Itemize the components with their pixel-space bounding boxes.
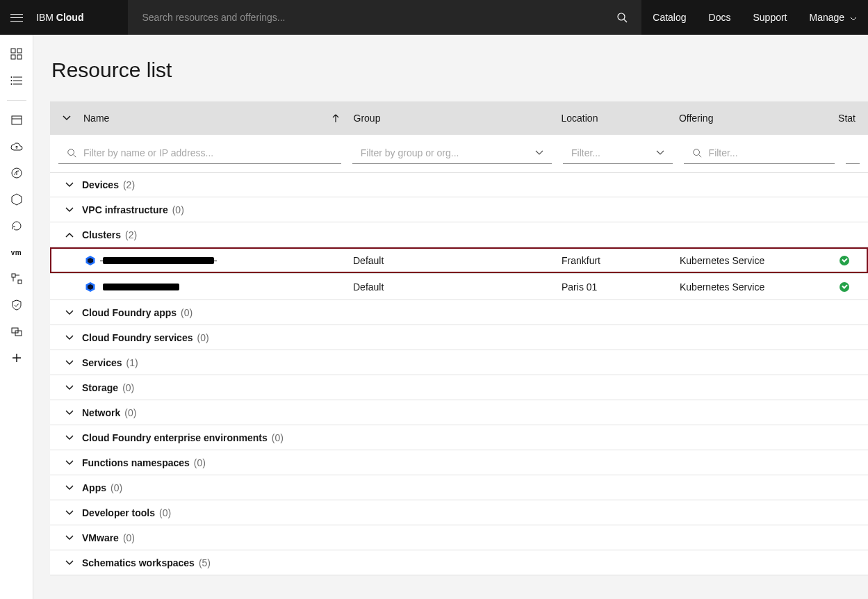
resource-list-icon[interactable] xyxy=(10,74,24,88)
search-icon[interactable] xyxy=(616,12,628,23)
filter-name-input[interactable]: Filter by name or IP address... xyxy=(58,142,341,164)
filter-location-select[interactable]: Filter... xyxy=(563,142,673,164)
refresh-icon[interactable] xyxy=(10,219,24,233)
section-list: Devices(2)VPC infrastructure(0)Clusters(… xyxy=(50,172,868,575)
nav-docs[interactable]: Docs xyxy=(698,12,742,23)
section-count: (0) xyxy=(122,382,134,393)
status-normal-icon xyxy=(840,256,849,265)
section-count: (5) xyxy=(199,557,211,568)
chevron-down-icon xyxy=(63,535,76,541)
section-row[interactable]: Services(1) xyxy=(50,350,868,375)
section-count: (0) xyxy=(181,307,193,318)
section-row[interactable]: Cloud Foundry apps(0) xyxy=(50,300,868,325)
cluster-group: Default xyxy=(353,255,562,266)
functions-icon[interactable] xyxy=(10,166,24,180)
section-row[interactable]: Cloud Foundry enterprise environments(0) xyxy=(50,425,868,450)
redacted-name xyxy=(103,257,214,264)
col-status[interactable]: Stat xyxy=(838,113,855,124)
apps-icon[interactable] xyxy=(10,325,24,338)
section-count: (2) xyxy=(123,179,135,190)
col-offering[interactable]: Offering xyxy=(679,113,838,124)
logo-prefix: IBM xyxy=(36,12,54,23)
section-label: Storage xyxy=(82,382,118,393)
sort-asc-icon[interactable] xyxy=(331,113,340,123)
cluster-offering: Kubernetes Service xyxy=(680,281,840,293)
section-label: Cloud Foundry services xyxy=(82,332,193,343)
section-label: Devices xyxy=(82,179,119,190)
section-row[interactable]: Clusters(2) xyxy=(50,222,868,247)
svg-point-22 xyxy=(68,149,74,155)
section-label: Cloud Foundry enterprise environments xyxy=(82,432,268,443)
section-row[interactable]: VPC infrastructure(0) xyxy=(50,197,868,222)
cluster-row[interactable]: DefaultFrankfurtKubernetes Service xyxy=(50,247,868,274)
section-label: Schematics workspaces xyxy=(82,557,195,568)
cluster-location: Paris 01 xyxy=(562,281,680,293)
svg-rect-2 xyxy=(11,49,15,53)
add-icon[interactable] xyxy=(10,351,24,365)
resource-table: Name Group Location Offering Stat Filter… xyxy=(50,101,868,575)
cluster-group: Default xyxy=(353,281,562,293)
section-row[interactable]: Functions namespaces(0) xyxy=(50,450,868,475)
section-count: (0) xyxy=(124,407,136,418)
col-group[interactable]: Group xyxy=(354,113,562,124)
svg-rect-17 xyxy=(18,280,22,284)
cluster-status xyxy=(840,282,849,292)
section-label: Apps xyxy=(82,482,106,493)
logo-suffix: Cloud xyxy=(56,12,84,23)
cluster-status xyxy=(840,256,849,265)
rail-divider xyxy=(7,100,26,101)
cloud-icon[interactable] xyxy=(10,140,24,154)
cluster-row[interactable]: DefaultParis 01Kubernetes Service xyxy=(50,274,868,300)
section-count: (0) xyxy=(110,482,122,493)
section-row[interactable]: VMware(0) xyxy=(50,525,868,550)
col-location[interactable]: Location xyxy=(561,113,678,124)
vmware-icon[interactable]: vm xyxy=(10,245,24,259)
col-name[interactable]: Name xyxy=(63,113,354,124)
section-row[interactable]: Storage(0) xyxy=(50,375,868,400)
section-count: (0) xyxy=(159,507,171,518)
section-row[interactable]: Schematics workspaces(5) xyxy=(50,550,868,575)
svg-point-9 xyxy=(10,76,12,78)
kubernetes-icon[interactable] xyxy=(10,192,24,206)
svg-rect-4 xyxy=(11,55,15,59)
svg-point-24 xyxy=(693,149,699,155)
svg-point-11 xyxy=(10,83,12,85)
classic-infra-icon[interactable] xyxy=(10,113,24,127)
section-row[interactable]: Network(0) xyxy=(50,400,868,425)
col-name-label: Name xyxy=(83,113,109,124)
chevron-down-icon xyxy=(63,335,76,340)
cluster-name xyxy=(85,255,353,266)
top-nav: Catalog Docs Support Manage xyxy=(641,0,868,35)
section-row[interactable]: Developer tools(0) xyxy=(50,500,868,525)
svg-point-10 xyxy=(10,80,12,81)
security-icon[interactable] xyxy=(10,298,24,312)
filter-status-input[interactable] xyxy=(846,142,860,164)
section-count: (0) xyxy=(172,204,184,215)
section-row[interactable]: Devices(2) xyxy=(50,172,868,197)
filter-name-placeholder: Filter by name or IP address... xyxy=(83,147,213,158)
section-label: Clusters xyxy=(82,229,121,240)
chevron-down-icon xyxy=(63,182,76,188)
nav-manage[interactable]: Manage xyxy=(799,12,868,23)
schematics-icon[interactable] xyxy=(10,272,24,286)
status-normal-icon xyxy=(840,282,849,292)
ibm-cloud-logo[interactable]: IBM Cloud xyxy=(36,12,83,23)
section-label: VPC infrastructure xyxy=(82,204,168,215)
hamburger-menu-icon[interactable] xyxy=(0,0,33,35)
cluster-offering: Kubernetes Service xyxy=(680,255,840,266)
col-group-label: Group xyxy=(354,113,381,124)
cluster-location: Frankfurt xyxy=(562,255,680,266)
filter-offering-input[interactable]: Filter... xyxy=(684,142,835,164)
dashboard-icon[interactable] xyxy=(10,47,24,61)
kubernetes-hex-icon xyxy=(85,281,96,293)
filter-group-select[interactable]: Filter by group or org... xyxy=(352,142,552,164)
svg-marker-15 xyxy=(12,194,22,205)
section-row[interactable]: Cloud Foundry services(0) xyxy=(50,325,868,350)
global-search[interactable]: Search resources and offerings... xyxy=(128,0,641,35)
section-label: Cloud Foundry apps xyxy=(82,307,177,318)
kubernetes-hex-icon xyxy=(85,255,96,266)
section-count: (1) xyxy=(126,357,138,368)
nav-support[interactable]: Support xyxy=(742,12,798,23)
nav-catalog[interactable]: Catalog xyxy=(641,12,697,23)
section-row[interactable]: Apps(0) xyxy=(50,475,868,500)
